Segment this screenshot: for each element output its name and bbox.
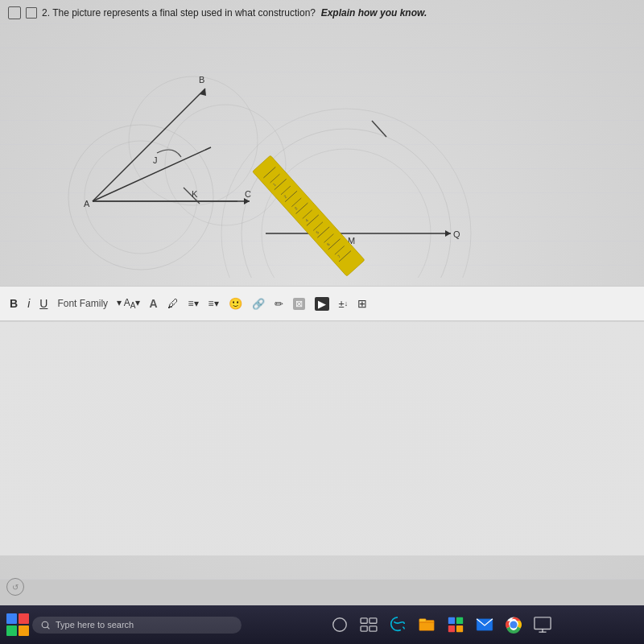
svg-point-63: [511, 622, 516, 627]
svg-text:J: J: [153, 155, 158, 165]
eraser-button[interactable]: ✏: [271, 296, 287, 312]
edge-button[interactable]: [386, 613, 409, 636]
svg-rect-58: [448, 625, 455, 632]
taskview-icon: [360, 617, 378, 632]
mail-button[interactable]: [473, 613, 496, 636]
svg-line-48: [47, 626, 50, 629]
taskbar-search[interactable]: Type here to search: [32, 617, 242, 634]
start-square-2: [19, 613, 29, 624]
svg-rect-52: [361, 626, 367, 631]
back-circle-icon[interactable]: ↺: [6, 578, 24, 596]
svg-text:K: K: [192, 189, 198, 199]
start-square-3: [6, 625, 17, 636]
mail-icon: [476, 617, 493, 632]
svg-rect-55: [419, 619, 426, 622]
search-icon: [40, 620, 51, 630]
svg-line-9: [93, 89, 205, 201]
explorer-button[interactable]: [415, 613, 438, 636]
taskbar: Type here to search: [0, 605, 644, 644]
svg-rect-53: [369, 626, 377, 631]
display-button[interactable]: [531, 613, 554, 636]
font-family-label: Font Family: [54, 298, 111, 309]
svg-marker-20: [445, 230, 451, 237]
bookmark-icon: [8, 6, 21, 19]
taskbar-search-text: Type here to search: [56, 620, 134, 630]
font-size-dropdown[interactable]: ▾ AA▾: [114, 295, 142, 312]
taskbar-icons: [245, 613, 638, 636]
image-button[interactable]: ⊠: [290, 296, 308, 312]
toolbar: B i U Font Family ▾ AA▾ A 🖊 ≡▾ ≡▾ 🙂 🔗 ✏: [0, 286, 644, 321]
store-button[interactable]: [444, 613, 467, 636]
underline-button[interactable]: U: [36, 295, 51, 312]
explorer-icon: [418, 616, 436, 634]
svg-rect-57: [456, 617, 463, 624]
svg-text:B: B: [199, 75, 204, 85]
start-button[interactable]: [6, 613, 29, 636]
svg-rect-59: [456, 625, 463, 632]
svg-text:C: C: [245, 189, 251, 199]
svg-point-3: [129, 76, 258, 205]
diagram-svg: B A C J K M Q: [0, 28, 644, 278]
cortana-icon: [331, 616, 349, 634]
question-text: 2. The picture represents a final step u…: [42, 7, 427, 19]
font-size-label: ▾ AA▾: [117, 297, 140, 310]
text-content-area[interactable]: [0, 322, 644, 555]
checkbox-icon: [26, 7, 37, 19]
svg-text:A: A: [84, 199, 90, 208]
start-square-1: [6, 613, 17, 624]
bold-button[interactable]: B: [6, 295, 21, 312]
svg-rect-51: [369, 618, 377, 623]
formula-button[interactable]: ±↓: [336, 296, 352, 312]
svg-rect-24: [253, 155, 365, 276]
diagram-area: B A C J K M Q: [0, 28, 644, 278]
question-bar: 2. The picture represents a final step u…: [8, 6, 636, 19]
table-button[interactable]: ⊞: [354, 295, 370, 312]
video-button[interactable]: ▶: [312, 295, 332, 312]
emoji-button[interactable]: 🙂: [225, 295, 246, 312]
svg-text:Q: Q: [453, 229, 460, 239]
svg-point-49: [333, 618, 347, 632]
color-button[interactable]: 🖊: [164, 295, 182, 312]
svg-rect-50: [361, 618, 367, 623]
link-button[interactable]: 🔗: [249, 296, 268, 312]
edge-icon: [389, 616, 407, 634]
svg-marker-8: [244, 198, 250, 204]
screen: 2. The picture represents a final step u…: [0, 0, 644, 644]
svg-rect-64: [535, 617, 551, 630]
store-icon: [447, 616, 464, 634]
svg-rect-56: [448, 617, 455, 624]
svg-marker-10: [200, 89, 206, 96]
align-button[interactable]: ≡▾: [185, 296, 202, 311]
cortana-button[interactable]: [328, 613, 351, 636]
indent-button[interactable]: ≡▾: [205, 296, 222, 311]
italic-button[interactable]: i: [24, 295, 33, 312]
chrome-icon: [505, 616, 522, 634]
taskview-button[interactable]: [357, 613, 380, 636]
start-square-4: [19, 625, 29, 636]
svg-point-47: [42, 621, 48, 628]
display-icon: [534, 616, 551, 634]
font-size-small-button[interactable]: A: [146, 295, 160, 312]
chrome-button[interactable]: [502, 613, 525, 636]
